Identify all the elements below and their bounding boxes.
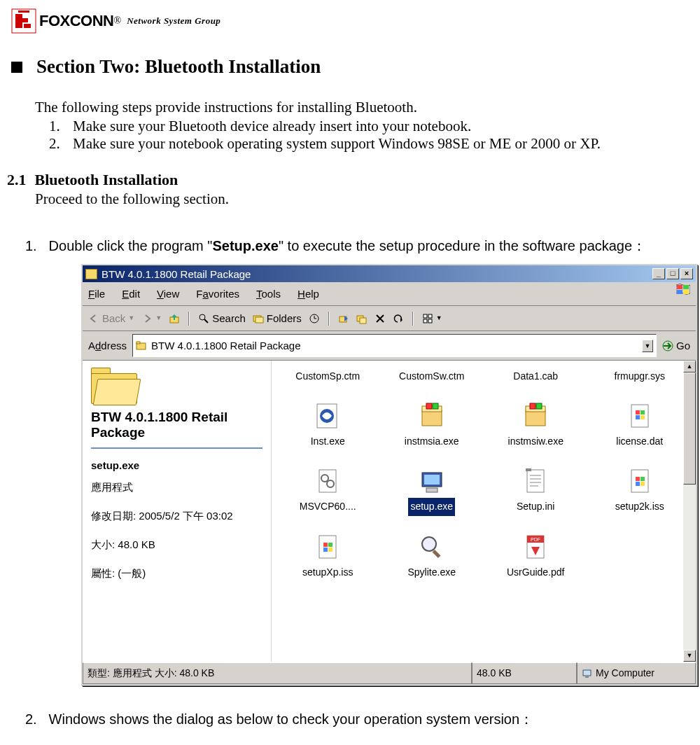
svg-rect-3 bbox=[683, 285, 689, 289]
menu-edit[interactable]: Edit bbox=[122, 284, 140, 303]
step-text: Windows shows the dialog as below to che… bbox=[49, 711, 534, 727]
explorer-window: BTW 4.0.1.1800 Retail Package _ □ × File… bbox=[81, 264, 697, 685]
titlebar[interactable]: BTW 4.0.1.1800 Retail Package _ □ × bbox=[83, 265, 696, 282]
vertical-scrollbar[interactable]: ▲ ▼ bbox=[683, 361, 696, 662]
svg-rect-5 bbox=[683, 290, 689, 294]
brand-subtitle: Network System Group bbox=[127, 15, 220, 27]
precheck-item: 1.Make sure your Bluetooth device alread… bbox=[49, 118, 693, 135]
views-button[interactable]: ▼ bbox=[422, 312, 442, 323]
minimize-button[interactable]: _ bbox=[652, 268, 665, 279]
move-to-button[interactable] bbox=[338, 313, 349, 324]
svg-rect-34 bbox=[640, 410, 645, 415]
file-grid[interactable]: CustomSp.ctm CustomSw.ctm Data1.cab frmu… bbox=[272, 361, 696, 662]
svg-rect-30 bbox=[530, 403, 536, 409]
svg-rect-57 bbox=[323, 548, 328, 552]
file-item[interactable]: instmsia.exe bbox=[380, 402, 484, 450]
section-title: Section Two: Bluetooth Installation bbox=[36, 56, 321, 78]
scroll-track[interactable] bbox=[683, 485, 696, 650]
svg-rect-55 bbox=[323, 543, 328, 547]
file-item[interactable]: frmupgr.sys bbox=[588, 368, 692, 385]
dat-icon bbox=[626, 402, 654, 430]
file-item[interactable]: setupXp.iss bbox=[276, 533, 380, 581]
scroll-thumb[interactable] bbox=[683, 372, 696, 485]
svg-rect-42 bbox=[426, 488, 438, 492]
maximize-button[interactable]: □ bbox=[666, 268, 679, 279]
section-bullet-icon bbox=[11, 62, 22, 73]
file-item[interactable]: Inst.exe bbox=[276, 402, 380, 450]
exe-icon bbox=[314, 402, 342, 430]
history-button[interactable] bbox=[309, 313, 320, 324]
address-path: BTW 4.0.1.1800 Retail Package bbox=[151, 336, 638, 355]
magnifier-icon bbox=[418, 533, 446, 561]
address-dropdown[interactable]: ▼ bbox=[642, 340, 653, 352]
address-label: Address bbox=[88, 336, 127, 355]
status-size: 48.0 KB bbox=[472, 662, 577, 684]
file-item[interactable]: PDFUsrGuide.pdf bbox=[484, 533, 588, 581]
search-icon bbox=[198, 313, 209, 324]
file-item[interactable]: CustomSp.ctm bbox=[276, 368, 380, 385]
delete-button[interactable] bbox=[374, 313, 386, 324]
file-item[interactable]: CustomSw.ctm bbox=[380, 368, 484, 385]
menu-help[interactable]: Help bbox=[298, 284, 319, 303]
svg-rect-60 bbox=[432, 550, 440, 558]
delete-icon bbox=[374, 313, 386, 324]
forward-button[interactable]: ▼ bbox=[141, 312, 162, 323]
svg-rect-43 bbox=[527, 470, 544, 492]
svg-rect-50 bbox=[636, 477, 640, 481]
undo-icon bbox=[393, 313, 404, 324]
menu-tools[interactable]: Tools bbox=[256, 284, 281, 303]
svg-rect-2 bbox=[677, 285, 682, 289]
attributes-label: 屬性: (一般) bbox=[91, 564, 262, 583]
menu-favorites[interactable]: Favorites bbox=[196, 284, 239, 303]
installer-icon bbox=[522, 402, 550, 430]
subsection-heading: 2.1 Bluetooth Installation bbox=[7, 171, 693, 189]
chevron-down-icon: ▼ bbox=[128, 312, 134, 323]
copy-to-button[interactable] bbox=[356, 313, 368, 324]
svg-rect-64 bbox=[583, 670, 591, 676]
step-text: Double click the program "Setup.exe" to … bbox=[49, 238, 647, 253]
step-item: 2. Windows shows the dialog as below to … bbox=[25, 706, 693, 732]
scroll-up-button[interactable]: ▲ bbox=[683, 361, 696, 372]
folders-icon bbox=[253, 313, 264, 324]
section-intro: The following steps provide instructions… bbox=[35, 99, 693, 116]
setup-exe-icon bbox=[418, 467, 446, 495]
go-button[interactable]: Go bbox=[662, 336, 690, 355]
dll-icon bbox=[314, 467, 342, 495]
menu-view[interactable]: View bbox=[157, 284, 179, 303]
svg-rect-33 bbox=[636, 410, 640, 415]
toolbar-separator bbox=[412, 312, 414, 326]
undo-button[interactable] bbox=[393, 313, 404, 324]
svg-rect-17 bbox=[424, 319, 427, 323]
up-button[interactable] bbox=[169, 313, 180, 324]
search-button[interactable]: Search bbox=[198, 309, 246, 328]
svg-rect-56 bbox=[328, 543, 332, 547]
menu-file[interactable]: File bbox=[88, 284, 105, 303]
file-item[interactable]: license.dat bbox=[588, 402, 692, 450]
file-item[interactable]: Spylite.exe bbox=[380, 533, 484, 581]
file-item[interactable]: MSVCP60.... bbox=[276, 467, 380, 515]
file-item-selected[interactable]: setup.exe bbox=[380, 467, 484, 515]
close-button[interactable]: × bbox=[680, 268, 693, 279]
precheck-num: 2. bbox=[49, 135, 73, 153]
svg-rect-18 bbox=[428, 319, 432, 323]
scroll-down-button[interactable]: ▼ bbox=[683, 650, 696, 662]
subsection-proceed: Proceed to the following section. bbox=[35, 190, 693, 208]
step-item: 1. Double click the program "Setup.exe" … bbox=[25, 233, 693, 258]
foxconn-logo-icon bbox=[11, 8, 36, 34]
svg-rect-15 bbox=[424, 314, 427, 318]
subsection-title: Bluetooth Installation bbox=[35, 171, 178, 188]
file-item[interactable]: Setup.ini bbox=[484, 467, 588, 515]
address-input[interactable]: BTW 4.0.1.1800 Retail Package ▼ bbox=[132, 334, 657, 357]
svg-rect-31 bbox=[536, 403, 542, 409]
windows-flag-icon bbox=[676, 284, 690, 296]
file-item[interactable]: instmsiw.exe bbox=[484, 402, 588, 450]
folders-button[interactable]: Folders bbox=[253, 309, 302, 328]
folder-large-icon bbox=[91, 368, 140, 404]
toolbar-separator bbox=[328, 312, 330, 326]
file-item[interactable]: setup2k.iss bbox=[588, 467, 692, 515]
file-item[interactable]: Data1.cab bbox=[484, 368, 588, 385]
go-icon bbox=[662, 340, 673, 351]
svg-rect-58 bbox=[328, 548, 332, 552]
back-button[interactable]: Back ▼ bbox=[88, 309, 134, 328]
selected-file-type: 應用程式 bbox=[91, 478, 262, 496]
